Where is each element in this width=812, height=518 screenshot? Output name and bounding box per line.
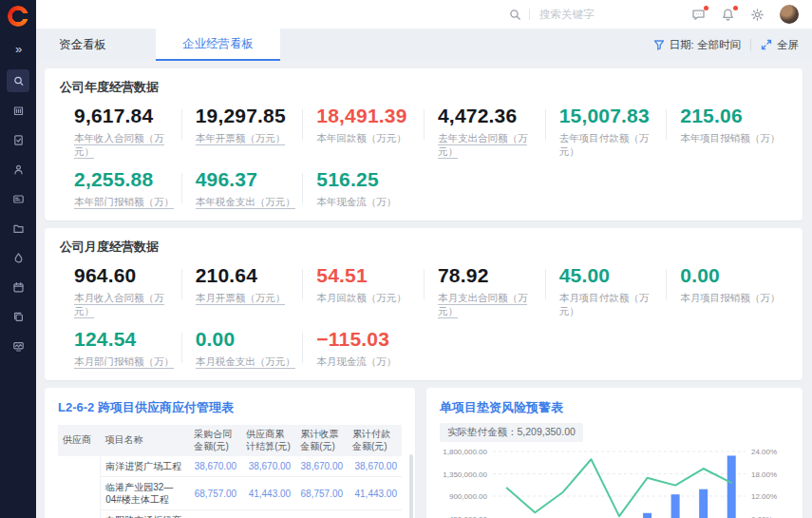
metric-label-text: 本月现金流（万） xyxy=(316,355,396,368)
bar[interactable] xyxy=(671,494,680,518)
metric-value: 215.06 xyxy=(680,105,787,127)
message-icon[interactable] xyxy=(691,8,706,22)
ink-drop-icon xyxy=(12,252,25,264)
left-axis-tick: 1,350,000.00 xyxy=(443,470,487,479)
bottom-row: L2-6-2 跨项目供应商应付管理表 供应商项目名称采购合同金额(元)供应商累计… xyxy=(45,388,803,518)
metric-label: 本年回款额（万元） xyxy=(316,132,424,145)
metric: 124.54本月部门报销额（万） xyxy=(60,328,181,369)
metric-label: 本年部门报销额（万） xyxy=(74,196,181,209)
supplier-name-cell: 西安云峰建材有限公司 xyxy=(58,456,101,518)
top-header xyxy=(36,0,812,29)
metric-label-text[interactable]: 本月税金支出（万元） xyxy=(196,355,295,369)
amount-cell[interactable]: 38,670.00 xyxy=(189,456,241,477)
header-icon-group xyxy=(691,5,799,24)
notification-dot xyxy=(733,6,738,10)
fullscreen-label: 全屏 xyxy=(777,38,799,52)
tab-funds-dashboard[interactable]: 资金看板 xyxy=(46,29,120,61)
gear-icon[interactable] xyxy=(750,8,765,22)
metric-label-text: 本年项目报销额（万） xyxy=(680,132,780,144)
folder-icon xyxy=(12,222,25,235)
table-header-row: 供应商项目名称采购合同金额(元)供应商累计结算(元)累计收票金额(元)累计付款金… xyxy=(58,425,402,456)
sidebar-item-ink-drop-icon[interactable] xyxy=(7,246,29,269)
date-filter[interactable]: 日期: 全部时间 xyxy=(653,38,741,52)
notification-dot xyxy=(704,6,708,10)
global-search[interactable] xyxy=(509,8,655,21)
fullscreen-button[interactable]: 全屏 xyxy=(761,38,799,52)
sidebar-item-building-icon[interactable] xyxy=(7,99,29,122)
sidebar-item-folder-icon[interactable] xyxy=(7,217,29,240)
brand-logo-icon[interactable] xyxy=(8,6,28,27)
bell-icon[interactable] xyxy=(721,8,735,22)
sidebar-item-copy-icon[interactable] xyxy=(7,305,29,328)
user-avatar[interactable] xyxy=(780,5,799,24)
tab-actions: 日期: 全部时间 全屏 xyxy=(653,38,812,52)
left-axis-tick: 450,000.00 xyxy=(449,515,488,518)
sidebar-item-id-card-icon[interactable] xyxy=(7,187,29,210)
sidebar-nav xyxy=(7,69,29,357)
amount-cell[interactable]: 41,443.00 xyxy=(241,477,295,510)
amount-cell[interactable]: 13,290.29 xyxy=(189,510,241,518)
metric-label: 本年收入合同额（万元） xyxy=(74,132,181,159)
metric-label-text[interactable]: 本年部门报销额（万） xyxy=(74,196,174,209)
metric-value: 4,472.36 xyxy=(438,105,545,127)
amount-cell[interactable]: 13,290.29 xyxy=(295,510,348,518)
tab-enterprise-dashboard[interactable]: 企业经营看板 xyxy=(156,29,280,61)
id-card-icon xyxy=(12,193,25,205)
amount-cell[interactable]: 38,670.00 xyxy=(348,456,402,477)
sidebar-item-monitor-icon[interactable] xyxy=(7,335,29,357)
right-axis-tick: 6.00% xyxy=(751,515,773,518)
metric: 964.60本月收入合同额（万元） xyxy=(60,264,181,318)
metric-value: 496.37 xyxy=(196,168,303,191)
metric-label-text[interactable]: 本月部门报销额（万） xyxy=(74,355,174,369)
risk-warning-card: 单项目垫资风险预警表 实际垫付金额：5,209,350.00 1,800,000… xyxy=(426,388,803,518)
column-header: 累计收票金额(元) xyxy=(295,425,348,456)
metric-value: 0.00 xyxy=(196,328,303,351)
column-header: 项目名称 xyxy=(101,425,190,456)
metric-value: 78.92 xyxy=(438,264,545,287)
metric-label-text: 本月项目付款额（万元） xyxy=(559,292,650,317)
amount-cell[interactable]: 68,757.00 xyxy=(295,477,348,510)
search-icon xyxy=(12,75,25,87)
sidebar-item-search-icon[interactable] xyxy=(7,69,29,92)
risk-combo-chart[interactable]: 1,800,000.0024.00%1,350,000.0018.00%900,… xyxy=(440,446,789,518)
sidebar-item-seal-icon[interactable] xyxy=(7,158,29,181)
sidebar-expand-icon[interactable]: » xyxy=(15,42,21,56)
amount-cell[interactable]: 68,757.00 xyxy=(189,477,241,510)
tab-bar: 资金看板 企业经营看板 日期: 全部时间 全屏 xyxy=(36,29,812,61)
metric: 516.25本年现金流（万） xyxy=(302,168,424,209)
left-axis-tick: 900,000.00 xyxy=(449,492,488,501)
metric: −115.03本月现金流（万） xyxy=(302,328,424,369)
table-row: 向阳路交通枢纽商业办公项目13,290.2913,290.2913,290.29… xyxy=(58,510,402,518)
sidebar-item-document-check-icon[interactable] xyxy=(7,128,29,151)
metric-label-text[interactable]: 去年支出合同额（万元） xyxy=(438,132,528,159)
table-scrollbar[interactable] xyxy=(409,454,413,518)
metric-label: 去年支出合同额（万元） xyxy=(438,132,545,159)
bar[interactable] xyxy=(699,489,708,518)
amount-cell[interactable]: 41,443.00 xyxy=(348,477,402,510)
metric-label-text[interactable]: 本年开票额（万元） xyxy=(196,132,286,145)
column-header: 供应商累计结算(元) xyxy=(241,425,295,456)
calendar-icon xyxy=(12,281,25,294)
metric: 4,472.36去年支出合同额（万元） xyxy=(424,105,545,159)
metric-value: 19,297.85 xyxy=(196,105,303,127)
amount-cell[interactable]: 38,670.00 xyxy=(241,456,295,477)
search-icon xyxy=(509,9,521,21)
annual-metrics: 9,617.84本年收入合同额（万元）19,297.85本年开票额（万元）18,… xyxy=(60,105,787,209)
amount-cell[interactable]: 13,290.29 xyxy=(241,510,295,518)
metric-label-text[interactable]: 本年税金支出（万元） xyxy=(196,196,295,209)
metric: 45.00本月项目付款额（万元） xyxy=(545,264,667,318)
metric: 18,491.39本年回款额（万元） xyxy=(302,105,424,159)
ratio-line[interactable] xyxy=(507,459,731,516)
amount-cell[interactable]: 13,290.29 xyxy=(348,510,402,518)
metric: 0.00本月项目报销额（万） xyxy=(666,264,787,318)
bar[interactable] xyxy=(643,513,651,518)
metric-label: 本月回款额（万元） xyxy=(316,292,424,305)
sidebar-item-calendar-icon[interactable] xyxy=(7,276,29,298)
amount-cell[interactable]: 38,670.00 xyxy=(295,456,348,477)
metric-label-text[interactable]: 本年收入合同额（万元） xyxy=(74,132,164,159)
metric-label-text[interactable]: 本月开票额（万元） xyxy=(196,292,286,305)
metric-label-text[interactable]: 本月收入合同额（万元） xyxy=(74,292,164,318)
bar[interactable] xyxy=(727,455,736,518)
metric-label-text[interactable]: 本月支出合同额（万元） xyxy=(438,292,528,318)
search-input[interactable] xyxy=(538,8,655,21)
